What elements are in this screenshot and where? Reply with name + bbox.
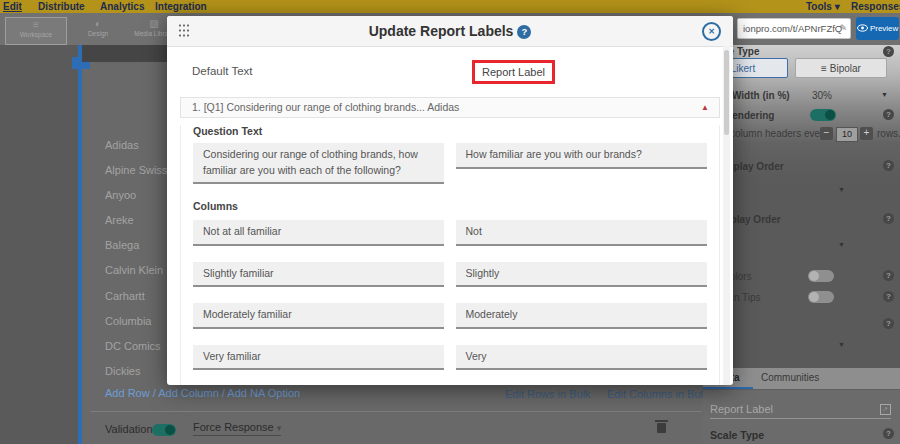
plus-stepper-button[interactable]: + <box>860 127 873 140</box>
column-default-input[interactable]: Slightly familiar <box>193 262 444 288</box>
tab-workspace[interactable]: ≡ Workspace <box>5 17 67 45</box>
question-default-input[interactable]: Considering our range of clothing brands… <box>193 143 444 184</box>
help-icon[interactable]: ? <box>883 160 894 171</box>
column-headers-label: column headers every <box>730 128 828 139</box>
menu-analytics[interactable]: Analytics <box>100 1 144 12</box>
help-icon[interactable]: ? <box>883 46 894 57</box>
expand-icon[interactable]: ↗ <box>880 404 891 415</box>
report-label-column-header: Report Label <box>472 60 555 84</box>
question-report-input[interactable]: How familiar are you with our brands? <box>456 143 708 169</box>
collapse-icon[interactable]: ▲ <box>701 98 709 117</box>
tab-communities[interactable]: Communities <box>761 372 819 383</box>
menu-tools[interactable]: Tools ▾ <box>806 1 840 12</box>
matrix-row-label: Columbia <box>105 315 151 327</box>
column-tips-toggle[interactable] <box>808 291 834 303</box>
close-icon[interactable]: ✕ <box>702 22 721 41</box>
column-pair-row: Moderately familiar Moderately <box>193 303 707 329</box>
alternate-colors-toggle[interactable] <box>808 270 834 282</box>
add-na-option-link[interactable]: Add NA Option <box>227 387 300 399</box>
matrix-row-label: Alpine Swiss <box>105 164 167 176</box>
add-column-link[interactable]: Add Column <box>158 387 219 399</box>
column-default-input[interactable]: Very familiar <box>193 345 444 371</box>
matrix-row-label: Dickies <box>105 365 140 377</box>
matrix-row-label: Adidas <box>105 139 139 151</box>
workspace-icon: ≡ <box>6 18 66 31</box>
modal-header: Update Report Labels ? ✕ <box>167 16 733 47</box>
active-question-indicator <box>78 45 82 444</box>
accordion-header[interactable]: 1. [Q1] Considering our range of clothin… <box>180 97 720 118</box>
update-report-labels-modal: Update Report Labels ? ✕ Default Text Re… <box>167 16 733 385</box>
column-report-input[interactable]: Slightly <box>456 262 708 288</box>
chevron-down-icon: ▾ <box>835 1 840 12</box>
column-default-input[interactable]: Moderately familiar <box>193 303 444 329</box>
help-icon[interactable]: ? <box>883 109 894 120</box>
matrix-row-label: Areke <box>105 214 134 226</box>
matrix-row-label: Carhartt <box>105 290 145 302</box>
chevron-down-icon[interactable]: ▼ <box>838 341 845 348</box>
trash-icon[interactable] <box>657 423 666 433</box>
column-pair-row: Slightly familiar Slightly <box>193 262 707 288</box>
default-text-column-header: Default Text <box>192 65 253 77</box>
help-icon[interactable]: ? <box>883 291 894 302</box>
edit-rows-bulk-link[interactable]: Edit Rows in Bulk <box>505 388 591 400</box>
force-response-dropdown[interactable]: Force Response ▾ <box>193 421 281 436</box>
edit-columns-bulk-link[interactable]: Edit Columns in Bulk <box>607 388 709 400</box>
chevron-down-icon[interactable]: ▼ <box>838 186 845 193</box>
edit-url-pencil-icon[interactable]: ✎ <box>839 19 847 38</box>
preview-button[interactable]: Preview <box>856 17 899 40</box>
help-icon[interactable]: ? <box>517 25 531 39</box>
chevron-down-icon[interactable]: ▼ <box>838 241 845 248</box>
chevron-down-icon[interactable]: ▼ <box>881 91 888 98</box>
matrix-row-label: Balega <box>105 239 139 251</box>
left-rail <box>0 45 78 444</box>
divider <box>90 411 702 412</box>
bipolar-bars-icon: ≡ <box>821 63 827 74</box>
eye-icon <box>857 24 868 32</box>
validation-toggle[interactable] <box>152 424 176 436</box>
help-icon[interactable]: ? <box>883 213 894 224</box>
scale-type-bottom-label: Scale Type <box>710 429 764 441</box>
column-pair-row: Not at all familiar Not <box>193 220 707 246</box>
help-icon[interactable]: ? <box>883 428 894 439</box>
top-menu-bar: Edit Distribute Analytics Integration To… <box>0 0 900 13</box>
tab-design[interactable]: ◐ Design <box>72 17 124 43</box>
question-text-row: Considering our range of clothing brands… <box>193 143 707 184</box>
accordion-body: Question Text Considering our range of c… <box>180 125 720 385</box>
menu-distribute[interactable]: Distribute <box>38 1 85 12</box>
add-options-links: Add Row / Add Column / Add NA Option <box>105 387 300 399</box>
rows-suffix-label: rows. <box>877 128 900 139</box>
validation-label: Validation <box>105 423 153 435</box>
column-report-input[interactable]: Very <box>456 345 708 371</box>
question-accordion: 1. [Q1] Considering our range of clothin… <box>180 97 720 385</box>
help-icon[interactable]: ? <box>883 318 894 329</box>
column-width-value[interactable]: 30% <box>812 90 832 101</box>
menu-edit[interactable]: Edit <box>3 1 22 12</box>
trash-icon[interactable] <box>655 420 668 422</box>
column-pair-row: Very familiar Very <box>193 345 707 371</box>
bipolar-button[interactable]: ≡ Bipolar <box>795 58 887 78</box>
minus-stepper-button[interactable]: − <box>820 127 833 140</box>
active-tab-underline <box>703 387 753 389</box>
menu-integration[interactable]: Integration <box>155 1 207 12</box>
columns-label: Columns <box>193 200 707 212</box>
chevron-down-icon: ▾ <box>277 423 282 433</box>
matrix-row-label: Anyoo <box>105 189 136 201</box>
scrollbar-thumb[interactable] <box>724 50 729 135</box>
report-label-input[interactable]: Report Label ↗ <box>710 403 891 419</box>
modal-scrollbar[interactable] <box>723 46 730 385</box>
questionpro-editor: Edit Distribute Analytics Integration To… <box>0 0 900 444</box>
question-settings-panel: Scale Type ? Likert ≡ Bipolar Column Wid… <box>705 45 900 368</box>
matrix-row-label: Calvin Klein <box>105 264 163 276</box>
question-text-label: Question Text <box>193 125 707 137</box>
design-palette-icon: ◐ <box>72 17 124 30</box>
column-report-input[interactable]: Not <box>456 220 708 246</box>
help-icon[interactable]: ? <box>883 270 894 281</box>
rendering-toggle[interactable] <box>810 109 836 121</box>
modal-title: Update Report Labels ? <box>167 23 733 39</box>
column-report-input[interactable]: Moderately <box>456 303 708 329</box>
headers-rows-value[interactable]: 10 <box>836 127 858 142</box>
add-row-link[interactable]: Add Row <box>105 387 150 399</box>
share-url-input[interactable]: ionpro.com/t/APNrFZfQ ✎ <box>737 18 851 39</box>
column-default-input[interactable]: Not at all familiar <box>193 220 444 246</box>
matrix-row-label: DC Comics <box>105 340 161 352</box>
